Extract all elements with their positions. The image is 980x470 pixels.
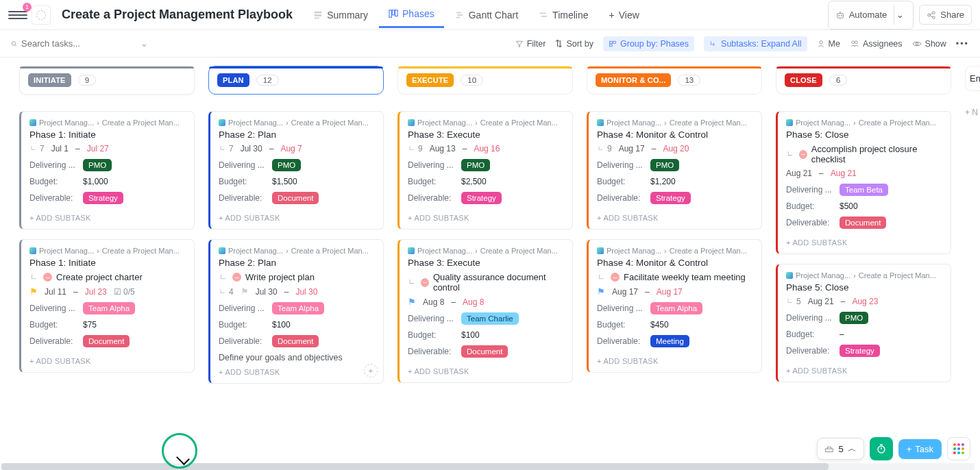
team-tag[interactable]: PMO — [461, 159, 490, 171]
column-header[interactable]: INITIATE 9 — [19, 66, 195, 95]
add-subtask-button[interactable]: + ADD SUBTASK — [408, 210, 564, 223]
breadcrumb[interactable]: Project Manag...›Create a Project Man... — [29, 119, 186, 127]
add-subtask-button[interactable]: + ADD SUBTASK — [597, 353, 753, 367]
add-subtask-button[interactable]: + ADD SUBTASK — [29, 210, 186, 223]
start-date[interactable]: Jul 30 — [241, 144, 262, 153]
tab-gantt[interactable]: Gantt Chart — [445, 1, 528, 28]
end-date[interactable]: Aug 21 — [831, 169, 857, 178]
end-date[interactable]: Jul 23 — [85, 287, 107, 297]
breadcrumb[interactable]: Project Manag...›Create a Project Man... — [408, 247, 564, 255]
task-card[interactable]: Project Manag...›Create a Project Man...… — [776, 111, 951, 254]
deliverable-tag[interactable]: Document — [83, 335, 130, 347]
end-date[interactable]: Aug 23 — [852, 297, 878, 306]
task-card[interactable]: Project Manag...›Create a Project Man...… — [19, 239, 195, 373]
add-subtask-button[interactable]: + ADD SUBTASK — [786, 234, 942, 248]
add-subtask-button[interactable]: + ADD SUBTASK — [219, 210, 375, 223]
add-subtask-button[interactable]: + ADD SUBTASK — [597, 210, 753, 223]
tab-summary[interactable]: Summary — [304, 1, 378, 28]
team-tag[interactable]: PMO — [840, 312, 868, 324]
flag-icon[interactable]: ⚑ — [408, 297, 416, 307]
deliverable-tag[interactable]: Document — [461, 345, 508, 358]
horizontal-scrollbar[interactable] — [1, 463, 975, 470]
start-date[interactable]: Jul 30 — [256, 287, 278, 297]
subtask-count[interactable]: 9 — [408, 144, 423, 153]
subtask-count[interactable]: 4 — [219, 287, 234, 297]
apps-button[interactable] — [947, 437, 970, 460]
tab-add-view[interactable]: + View — [600, 1, 649, 28]
groupby-button[interactable]: Group by: Phases — [603, 36, 694, 51]
tab-timeline[interactable]: Timeline — [529, 1, 598, 28]
breadcrumb[interactable]: Project Manag...›Create a Project Man... — [786, 271, 942, 280]
end-date[interactable]: Aug 7 — [280, 144, 302, 153]
start-date[interactable]: Aug 8 — [423, 297, 444, 307]
flag-icon[interactable]: ⚑ — [597, 286, 605, 297]
checklist-count[interactable]: ☑ 0/5 — [114, 287, 135, 297]
subtask-count[interactable]: 7 — [219, 144, 234, 153]
team-tag[interactable]: Team Alpha — [272, 302, 324, 314]
start-date[interactable]: Aug 13 — [430, 144, 456, 153]
team-tag[interactable]: PMO — [272, 159, 301, 171]
chevron-down-icon[interactable]: ⌄ — [894, 5, 906, 25]
sortby-button[interactable]: ⇅Sort by — [555, 38, 593, 49]
task-card[interactable]: Project Manag...›Create a Project Man...… — [587, 239, 762, 373]
team-tag[interactable]: Team Beta — [840, 184, 888, 196]
end-date[interactable]: Aug 17 — [657, 287, 683, 297]
breadcrumb[interactable]: Project Manag...›Create a Project Man... — [786, 119, 942, 127]
flag-icon[interactable]: ⚑ — [241, 286, 249, 297]
me-button[interactable]: Me — [817, 39, 840, 49]
chevron-down-icon[interactable]: ⌄ — [140, 38, 148, 49]
more-icon[interactable]: ••• — [956, 39, 969, 49]
page-title[interactable]: Create a Project Management Playbook — [62, 8, 293, 22]
automate-button[interactable]: Automate ⌄ — [828, 1, 914, 29]
task-card[interactable]: Project Manag...›Create a Project Man...… — [208, 111, 384, 230]
add-subtask-button[interactable]: + ADD SUBTASK — [786, 362, 942, 376]
team-tag[interactable]: PMO — [83, 159, 112, 171]
column-header[interactable]: EXECUTE 10 — [397, 66, 573, 95]
task-card[interactable]: Project Manag...›Create a Project Man...… — [208, 239, 384, 384]
team-tag[interactable]: Team Charlie — [461, 312, 519, 325]
search-input[interactable]: ⌄ — [11, 38, 148, 49]
add-new-button[interactable]: + N — [965, 108, 980, 117]
breadcrumb[interactable]: Project Manag...›Create a Project Man... — [597, 247, 753, 255]
end-date[interactable]: Aug 8 — [463, 297, 484, 307]
list-icon[interactable] — [32, 5, 51, 25]
tab-phases[interactable]: Phases — [379, 1, 444, 28]
column-header[interactable]: Em — [965, 66, 980, 91]
end-date[interactable]: Aug 20 — [663, 144, 689, 153]
start-date[interactable]: Jul 1 — [51, 144, 69, 153]
board[interactable]: INITIATE 9 Project Manag...›Create a Pro… — [0, 58, 980, 470]
subtask-count[interactable]: 9 — [597, 144, 612, 153]
task-card[interactable]: Project Manag...›Create a Project Man...… — [397, 239, 573, 383]
deliverable-tag[interactable]: Document — [840, 217, 886, 229]
start-date[interactable]: Aug 17 — [612, 287, 638, 297]
assign-button[interactable]: + — [364, 364, 378, 378]
task-card[interactable]: Project Manag...›Create a Project Man...… — [587, 111, 762, 230]
column-header[interactable]: MONITOR & CO... 13 — [587, 66, 762, 95]
task-card[interactable]: Project Manag...›Create a Project Man...… — [397, 111, 573, 230]
flag-icon[interactable]: ⚑ — [29, 286, 38, 297]
record-button[interactable] — [870, 437, 893, 460]
deliverable-tag[interactable]: Document — [272, 335, 319, 347]
start-date[interactable]: Aug 21 — [808, 297, 834, 306]
assignees-button[interactable]: Assignees — [850, 39, 903, 49]
share-button[interactable]: Share — [919, 5, 972, 25]
start-date[interactable]: Aug 21 — [786, 169, 812, 178]
deliverable-tag[interactable]: Strategy — [840, 345, 880, 357]
task-card[interactable]: Project Manag...›Create a Project Man...… — [776, 264, 951, 382]
deliverable-tag[interactable]: Strategy — [83, 192, 123, 204]
team-tag[interactable]: PMO — [650, 159, 679, 171]
end-date[interactable]: Jul 27 — [87, 144, 109, 153]
breadcrumb[interactable]: Project Manag...›Create a Project Man... — [597, 119, 753, 127]
add-subtask-button[interactable]: + ADD SUBTASK — [219, 364, 375, 378]
task-card[interactable]: Project Manag...›Create a Project Man...… — [19, 111, 195, 230]
add-subtask-button[interactable]: + ADD SUBTASK — [408, 363, 564, 377]
subtask-count[interactable]: 7 — [29, 144, 45, 153]
add-subtask-button[interactable]: + ADD SUBTASK — [29, 353, 186, 367]
team-tag[interactable]: Team Alpha — [650, 302, 702, 314]
search-field[interactable] — [21, 38, 136, 49]
breadcrumb[interactable]: Project Manag...›Create a Project Man... — [29, 247, 186, 255]
deliverable-tag[interactable]: Meeting — [650, 335, 689, 347]
tray-button[interactable]: 5 ︿ — [817, 438, 863, 460]
column-header[interactable]: CLOSE 6 — [776, 66, 951, 95]
start-date[interactable]: Aug 17 — [619, 144, 645, 153]
